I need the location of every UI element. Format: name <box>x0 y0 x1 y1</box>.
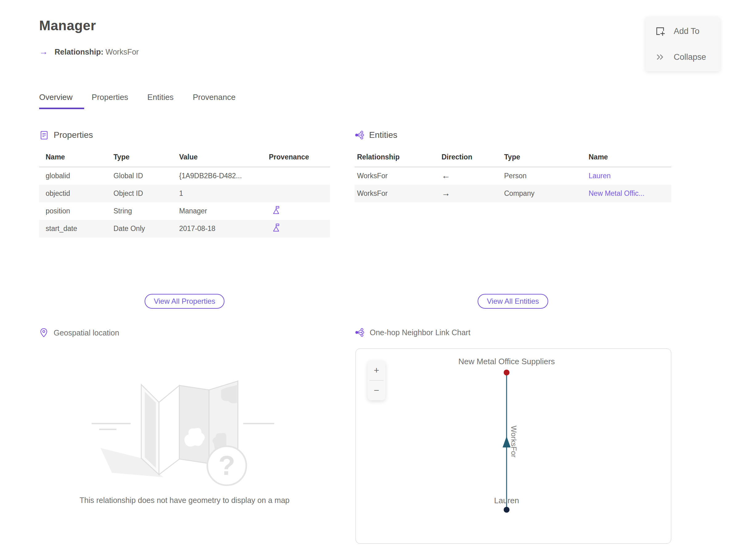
bottom-node-label: Lauren <box>476 496 537 505</box>
person-node-dot[interactable] <box>504 507 510 513</box>
prop-name: objectid <box>39 185 107 202</box>
page-title: Manager <box>39 18 96 33</box>
actions-card: Add To Collapse <box>645 17 720 71</box>
entities-icon <box>355 130 364 140</box>
tab-overview[interactable]: Overview <box>39 93 84 109</box>
table-row: objectid Object ID 1 <box>39 185 330 202</box>
table-row: position String Manager <box>39 202 330 220</box>
prop-type: Date Only <box>107 220 173 238</box>
prop-type: Global ID <box>107 167 173 185</box>
link-chart-panel[interactable]: New Metal Office Suppliers WorksFor Laur… <box>356 349 671 544</box>
prop-type: String <box>107 202 173 220</box>
tab-properties[interactable]: Properties <box>92 93 140 109</box>
edge-label: WorksFor <box>510 420 518 463</box>
view-all-properties-button[interactable]: View All Properties <box>145 294 225 309</box>
geospatial-section: Geospatial location ? This relationship … <box>39 328 330 519</box>
prop-value: 2017-08-18 <box>173 220 262 238</box>
map-pin-icon <box>39 328 49 338</box>
entities-section: Entities Relationship Direction Type Nam… <box>355 130 671 328</box>
zoom-out-button[interactable]: − <box>368 381 385 400</box>
tab-provenance[interactable]: Provenance <box>193 93 247 109</box>
entities-col-direction: Direction <box>439 149 502 167</box>
collapse-button[interactable]: Collapse <box>655 52 711 63</box>
provenance-flag-icon[interactable] <box>269 223 280 232</box>
prop-value: 1 <box>173 185 262 202</box>
table-row: WorksFor → Company New Metal Offic... <box>355 185 671 202</box>
map-placeholder-illustration: ? <box>74 357 296 499</box>
entity-name-link[interactable]: New Metal Offic... <box>588 189 644 197</box>
entity-type: Company <box>502 185 586 202</box>
prop-value: {1A9DB2B6-D482... <box>173 167 262 185</box>
top-node-label: New Metal Office Suppliers <box>430 357 584 366</box>
entity-relationship: WorksFor <box>355 185 439 202</box>
zoom-in-button[interactable]: + <box>368 361 385 380</box>
properties-col-type: Type <box>107 149 173 167</box>
properties-col-value: Value <box>173 149 262 167</box>
geometry-empty-message: This relationship does not have geometry… <box>39 496 330 505</box>
entity-type: Person <box>502 167 586 185</box>
entities-col-relationship: Relationship <box>355 149 439 167</box>
zoom-control: + − <box>368 361 385 400</box>
geospatial-section-title: Geospatial location <box>54 329 119 337</box>
entities-table: Relationship Direction Type Name WorksFo… <box>355 149 671 202</box>
entities-col-type: Type <box>502 149 586 167</box>
entity-relationship: WorksFor <box>355 167 439 185</box>
properties-section: Properties Name Type Value Provenance gl… <box>39 130 330 328</box>
view-all-entities-button[interactable]: View All Entities <box>478 294 548 309</box>
link-chart-header: One-hop Neighbor Link Chart <box>355 328 470 337</box>
tab-bar: Overview Properties Entities Provenance <box>39 93 255 109</box>
entities-col-name: Name <box>586 149 671 167</box>
properties-section-title: Properties <box>54 130 93 140</box>
subtitle-label: Relationship: <box>55 48 103 56</box>
properties-col-name: Name <box>39 149 107 167</box>
subtitle-value: WorksFor <box>105 48 139 56</box>
prop-type: Object ID <box>107 185 173 202</box>
entity-name-link[interactable]: Lauren <box>588 172 611 180</box>
direction-left-arrow-icon: ← <box>442 171 450 180</box>
prop-value: Manager <box>173 202 262 220</box>
relationship-subtitle: → Relationship: WorksFor <box>39 47 139 57</box>
svg-text:?: ? <box>218 450 235 481</box>
relationship-arrow-icon: → <box>39 47 48 57</box>
properties-icon <box>39 130 49 140</box>
table-row: globalid Global ID {1A9DB2B6-D482... <box>39 167 330 185</box>
direction-right-arrow-icon: → <box>442 188 450 198</box>
prop-name: position <box>39 202 107 220</box>
table-row: start_date Date Only 2017-08-18 <box>39 220 330 238</box>
add-to-label: Add To <box>674 26 700 36</box>
link-chart-icon <box>355 328 364 337</box>
add-to-icon <box>655 26 666 37</box>
company-node-dot[interactable] <box>504 370 510 376</box>
provenance-flag-icon[interactable] <box>269 205 280 215</box>
link-chart-section-title: One-hop Neighbor Link Chart <box>370 328 470 337</box>
collapse-double-chevron-icon <box>655 52 666 63</box>
entities-section-title: Entities <box>369 130 397 140</box>
prop-name: start_date <box>39 220 107 238</box>
prop-name: globalid <box>39 167 107 185</box>
tab-entities[interactable]: Entities <box>148 93 185 109</box>
properties-col-provenance: Provenance <box>262 149 330 167</box>
properties-table: Name Type Value Provenance globalid Glob… <box>39 149 330 238</box>
collapse-label: Collapse <box>674 53 706 62</box>
add-to-button[interactable]: Add To <box>655 26 711 37</box>
table-row: WorksFor ← Person Lauren <box>355 167 671 185</box>
